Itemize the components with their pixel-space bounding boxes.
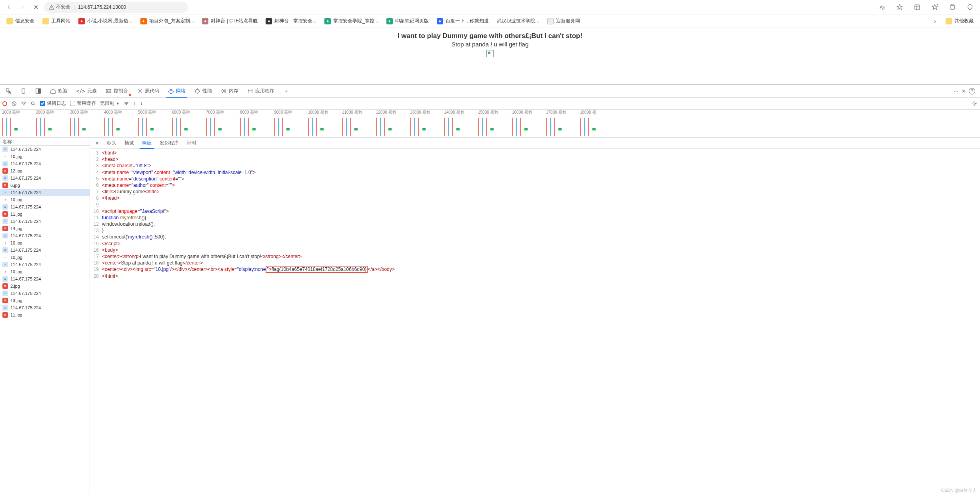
download-icon[interactable]: ⤓ (140, 101, 144, 106)
tab-welcome[interactable]: 欢迎 (46, 85, 72, 98)
back-button[interactable] (3, 2, 14, 13)
browser-navbar: 不安全 | 114.67.175.224:13000 A)) (0, 0, 980, 14)
more-icon[interactable]: ⋯ (954, 88, 958, 94)
tab-elements[interactable]: </>元素 (72, 85, 101, 98)
tab-application[interactable]: 应用程序 (243, 85, 278, 98)
request-row[interactable]: ✕14.jpg (0, 225, 90, 232)
detail-tab-initiator[interactable]: 发起程序 (156, 138, 183, 149)
tab-performance[interactable]: 性能 (190, 85, 216, 98)
search-button[interactable] (30, 101, 36, 106)
clear-button[interactable] (11, 101, 17, 106)
stop-button[interactable] (30, 2, 42, 13)
request-row[interactable]: ∘10.jpg (0, 196, 90, 203)
request-detail: ✕ 标头 预览 响应 发起程序 计时 1<html>2<head>3<meta … (90, 138, 980, 495)
svg-rect-0 (915, 5, 920, 10)
bookmark-item[interactable]: ●百度一下，你就知道 (434, 16, 492, 26)
bookmark-item[interactable]: 其他收藏 (942, 16, 977, 26)
tab-add[interactable] (279, 85, 293, 98)
request-row[interactable]: ≡114.67.175.224 (0, 174, 90, 182)
request-row[interactable]: ≡114.67.175.224 (0, 189, 90, 196)
close-detail-icon[interactable]: ✕ (92, 140, 103, 146)
request-row[interactable]: ✕13.jpg (0, 297, 90, 304)
request-row[interactable]: ✕2.jpg (0, 283, 90, 290)
record-button[interactable] (2, 101, 7, 106)
request-row[interactable]: ∘10.jpg (0, 268, 90, 275)
bookmark-item[interactable]: ●印象笔记网页版 (383, 16, 432, 26)
preserve-log-checkbox[interactable]: 保留日志 (40, 100, 66, 107)
devtools-panel: 欢迎 </>元素 控制台 源代码 网络 性能 内存 应用程序 ⋯ ✕ ? 保留日… (0, 84, 980, 495)
bookmark-item[interactable]: 工具网站 (39, 16, 74, 26)
tab-network[interactable]: 网络 (164, 85, 190, 98)
response-body[interactable]: 1<html>2<head>3<meta charset="utf-8">4<m… (90, 149, 980, 495)
upload-icon[interactable]: ↑ (133, 101, 136, 106)
request-row[interactable]: ≡114.67.175.224 (0, 203, 90, 210)
tab-sources[interactable]: 源代码 (133, 85, 163, 98)
dock-button[interactable] (31, 85, 45, 98)
request-row[interactable]: ✕11.jpg (0, 311, 90, 319)
request-row[interactable]: ∘10.jpg (0, 239, 90, 246)
disable-cache-checkbox[interactable]: 禁用缓存 (70, 100, 96, 107)
bookmark-item[interactable]: ●封神台 | CTF站点导航 (199, 16, 261, 26)
network-timeline[interactable]: 1000 毫秒2000 毫秒3000 毫秒4000 毫秒5000 毫秒6000 … (0, 110, 980, 138)
inspect-button[interactable] (2, 85, 16, 98)
detail-tab-headers[interactable]: 标头 (103, 138, 120, 149)
request-row[interactable]: ≡114.67.175.224 (0, 160, 90, 167)
request-row[interactable]: ≡114.67.175.224 (0, 246, 90, 254)
page-content: I want to play Dummy game with others£¡B… (0, 28, 980, 84)
request-list: 名称 ≡114.67.175.224∘10.jpg≡114.67.175.224… (0, 138, 90, 495)
network-toolbar: 保留日志 禁用缓存 无限制 ▼ ↑ ⤓ (0, 98, 980, 110)
svg-point-15 (974, 103, 976, 104)
bookmark-item[interactable]: ●封神台 - 掌控安全... (262, 16, 320, 26)
broken-image-icon (486, 50, 494, 57)
forward-button[interactable] (17, 2, 28, 13)
bookmark-item[interactable]: ●小说,小说网,最新热... (75, 16, 136, 26)
request-row[interactable]: ∘10.jpg (0, 153, 90, 160)
read-aloud-icon[interactable]: A)) (875, 2, 889, 13)
svg-rect-4 (22, 89, 25, 93)
bookmark-item[interactable]: ●掌控安全学院_掌控... (321, 16, 382, 26)
address-bar[interactable]: 不安全 | 114.67.175.224:13000 (44, 2, 188, 13)
svg-rect-2 (952, 4, 954, 5)
svg-rect-1 (950, 5, 955, 9)
detail-tab-timing[interactable]: 计时 (183, 138, 200, 149)
bookmarks-overflow[interactable]: › (931, 16, 939, 26)
bookmarks-bar: 信息安全工具网站●小说,小说网,最新热...●项目外包_方案定制...●封神台 … (0, 14, 980, 28)
request-row[interactable]: ≡114.67.175.224 (0, 290, 90, 297)
tab-memory[interactable]: 内存 (217, 85, 242, 98)
detail-tab-preview[interactable]: 预览 (120, 138, 138, 149)
wifi-icon[interactable] (124, 101, 129, 106)
close-devtools-icon[interactable]: ✕ (962, 88, 966, 94)
bookmark-item[interactable]: 武汉职业技术学院... (494, 16, 542, 26)
request-row[interactable]: ≡114.67.175.224 (0, 218, 90, 225)
filter-button[interactable] (21, 101, 26, 106)
throttle-dropdown[interactable]: 无限制 ▼ (100, 100, 120, 107)
detail-tab-response[interactable]: 响应 (138, 138, 156, 149)
request-row[interactable]: ≡114.67.175.224 (0, 146, 90, 153)
bookmark-item[interactable]: ●项目外包_方案定制... (137, 16, 198, 26)
bookmark-item[interactable]: 迎新服务网 (544, 16, 583, 26)
request-row[interactable]: ≡114.67.175.224 (0, 275, 90, 283)
favorite-icon[interactable] (893, 2, 906, 13)
devtools-tabs: 欢迎 </>元素 控制台 源代码 网络 性能 内存 应用程序 ⋯ ✕ ? (0, 85, 980, 98)
svg-point-11 (223, 90, 224, 92)
collections-icon[interactable] (910, 2, 924, 13)
tab-console[interactable]: 控制台 (102, 85, 132, 98)
request-row[interactable]: ✕6.jpg (0, 182, 90, 189)
request-row[interactable]: ≡114.67.175.224 (0, 232, 90, 239)
performance-icon[interactable] (963, 2, 977, 13)
names-header: 名称 (0, 138, 90, 146)
settings-icon[interactable] (972, 101, 978, 106)
request-row[interactable]: ✕11.jpg (0, 210, 90, 218)
svg-rect-12 (248, 89, 252, 93)
request-row[interactable]: ≡114.67.175.224 (0, 261, 90, 268)
svg-point-10 (222, 89, 226, 93)
bookmark-item[interactable]: 信息安全 (3, 16, 38, 26)
favorites-hub-icon[interactable] (928, 2, 942, 13)
request-row[interactable]: ✕12.jpg (0, 167, 90, 174)
device-button[interactable] (16, 85, 30, 98)
request-row[interactable]: ≡114.67.175.224 (0, 304, 90, 311)
svg-rect-7 (106, 89, 111, 93)
request-row[interactable]: ∘10.jpg (0, 254, 90, 261)
help-icon[interactable]: ? (969, 88, 975, 94)
extensions-icon[interactable] (946, 2, 959, 13)
